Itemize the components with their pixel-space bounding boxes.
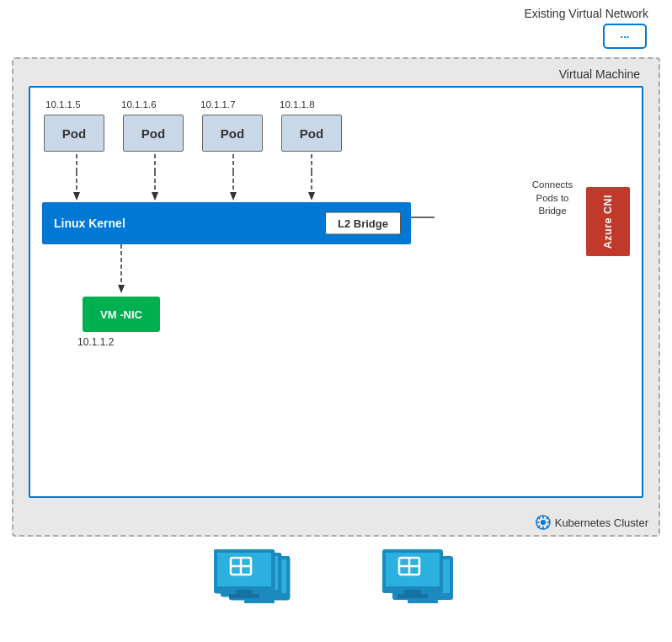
computer-group-2: [382, 549, 458, 629]
svg-marker-11: [73, 192, 80, 201]
vm-box: 10.1.1.5 Pod 10.1.1.6 Pod 10.1.1.7 Pod 1…: [29, 86, 643, 498]
k8s-icon: [536, 515, 551, 530]
vnet-icon: ···: [603, 24, 647, 49]
k8s-cluster-label: Kubernetes Cluster: [536, 515, 648, 530]
pod-3-ip: 10.1.1.7: [200, 99, 236, 110]
pod-1-ip: 10.1.1.5: [45, 99, 81, 110]
pod-4-ip: 10.1.1.8: [280, 99, 315, 110]
vm-label: Virtual Machine: [559, 67, 640, 81]
pod-4-box: Pod: [281, 115, 342, 152]
linux-kernel-bar: Linux Kernel L2 Bridge: [42, 202, 411, 244]
pod-3-box: Pod: [202, 115, 263, 152]
monitor-front-1: [214, 549, 281, 610]
connects-pods-label: Connects Pods to Bridge: [524, 179, 581, 218]
svg-rect-65: [404, 590, 421, 594]
k8s-cluster-box: Kubernetes Cluster Virtual Machine: [12, 57, 660, 537]
existing-vnet-label: Existing Virtual Network: [524, 7, 648, 20]
svg-marker-23: [308, 192, 315, 201]
pod-2-ip: 10.1.1.6: [121, 99, 157, 110]
vm-nic-box: VM -NIC: [83, 297, 160, 332]
pod-2-box: Pod: [123, 115, 184, 152]
svg-rect-66: [397, 594, 428, 598]
azure-cni-box: Azure CNI: [586, 187, 630, 256]
vm-nic-label: VM -NIC: [100, 308, 142, 321]
svg-point-1: [541, 520, 546, 525]
pod-1-box: Pod: [44, 115, 104, 152]
svg-rect-51: [236, 590, 253, 594]
bottom-icons-area: [12, 537, 660, 642]
svg-rect-52: [229, 594, 259, 598]
svg-marker-27: [118, 285, 125, 293]
vm-nic-ip-label: 10.1.1.2: [77, 336, 114, 348]
monitor-front-2: [382, 549, 450, 610]
svg-marker-19: [230, 192, 237, 201]
computer-group-1: [214, 549, 298, 629]
svg-marker-15: [152, 192, 158, 201]
azure-cni-label: Azure CNI: [602, 195, 614, 249]
l2-bridge-box: L2 Bridge: [325, 212, 401, 235]
linux-kernel-label: Linux Kernel: [54, 217, 125, 230]
